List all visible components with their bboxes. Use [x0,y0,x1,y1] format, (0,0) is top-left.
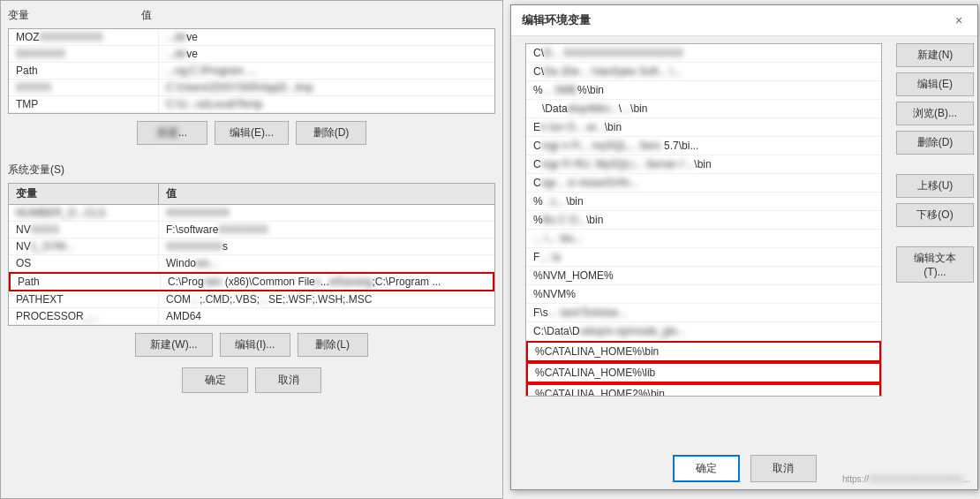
table-row[interactable]: NV1_SYM... XXXXXXXXs [9,238,494,255]
edit-env-dialog: 编辑环境变量 × C\D... XXXXXXXXXXXXXXXXX C\Da J… [510,4,978,490]
var-name: SXXXXXX [9,46,159,62]
close-dialog-button[interactable]: × [951,12,967,28]
var-value: Windows... [159,255,494,271]
right-footer-buttons: 确定 取消 [511,448,977,489]
list-item[interactable]: F... \a [526,248,881,267]
list-item-catalina3[interactable]: %CATALINA_HOME2%\bin [526,383,881,397]
user-vars-buttons: 新建... 编辑(E)... 删除(D) [1,114,502,152]
button-separator [896,160,974,169]
cancel-button-left[interactable]: 取消 [255,367,321,393]
list-item[interactable]: F\s... \are\Tortoise... [526,304,881,322]
var-name: PROCESSOR_... [9,308,159,324]
delete-env-button[interactable]: 删除(D) [896,131,974,155]
delete-sys-var-button[interactable]: 删除(L) [298,333,368,357]
table-row[interactable]: Path ...ng;C:\Program ... [9,63,494,79]
var-value: ...drive [159,29,494,45]
new-env-button[interactable]: 新建(N) [896,43,974,67]
button-separator2 [896,232,974,241]
table-row[interactable]: MOZXXXXXXXXX ...drive [9,29,494,46]
dialog-content: C\D... XXXXXXXXXXXXXXXXX C\Da JDe... \Va… [511,43,977,397]
list-item[interactable]: %NVM% [526,285,881,304]
table-row[interactable]: NVXXXX F:\softwareXXXXXXX [9,222,494,238]
sys-vars-title: 系统变量(S) [8,163,64,176]
sys-var-value-header: 值 [159,184,494,204]
user-vars-value-title: 值 [141,9,152,21]
table-row[interactable]: PATHEXT COM...;.CMD;.VBS;...SE;.WSF;.WSH… [9,291,494,308]
ok-button-right[interactable]: 确定 [673,455,740,482]
var-value: C:\Program (x86)\Common Files...etSarang… [161,274,493,290]
table-row[interactable]: OS Windows... [9,255,494,272]
var-value: C:\Users\ZDSYS05\AppD...tmp [159,79,494,95]
sys-vars-label: 系统变量(S) [1,159,502,179]
sys-vars-section: 系统变量(S) 变量 值 NUMBER_O...CLS XXXXXXXXX NV… [1,159,502,364]
move-up-button[interactable]: 上移(U) [896,174,974,198]
var-name: MOZXXXXXXXXX [9,29,159,45]
table-row[interactable]: TMP C:\U...ra\Local\Temp [9,96,494,113]
user-vars-label: 变量 值 [1,4,502,25]
user-vars-section: 变量 值 MOZXXXXXXXXX ...drive SXXXXXX ...dr… [1,4,502,152]
list-item[interactable]: C:\Data\D velop\n ejs\node_glo... [526,322,881,341]
sys-vars-body: NUMBER_O...CLS XXXXXXXXX NVXXXX F:\softw… [9,205,494,325]
list-item[interactable]: C ogr... s\ rtoiseSVN\... [526,174,881,193]
list-item[interactable]: C rogr Fi RU, MySQL\... Server r'...\bin [526,155,881,174]
edit-sys-var-button[interactable]: 编辑(I)... [220,333,290,357]
var-value: XXXXXXXXX [159,205,494,221]
var-name: PATHEXT [9,291,159,307]
var-value: AMD64 [159,308,494,324]
env-list[interactable]: C\D... XXXXXXXXXXXXXXXXX C\Da JDe... \Va… [525,43,882,397]
var-value: COM...;.CMD;.VBS;...SE;.WSF;.WSH;.MSC [159,291,494,307]
sys-var-name-header: 变量 [9,184,159,204]
sys-vars-header: 变量 值 [9,184,494,205]
dialog-title: 编辑环境变量 [522,12,591,28]
var-name: NVXXXX [9,222,159,238]
list-item[interactable]: % Bu C O...\bin [526,211,881,230]
list-item[interactable]: %NVM_HOME% [526,267,881,285]
dialog-titlebar: 编辑环境变量 × [511,5,977,36]
list-item-catalina2[interactable]: %CATALINA_HOME%\lib [526,362,881,383]
new-sys-var-button[interactable]: 新建(W)... [135,333,212,357]
user-vars-title: 变量 [8,9,29,21]
move-down-button[interactable]: 下移(O) [896,203,974,227]
var-value: C:\U...ra\Local\Temp [159,96,494,112]
list-item[interactable]: %... SME%\bin [526,81,881,100]
right-action-buttons: 新建(N) 编辑(E) 浏览(B)... 删除(D) 上移(U) 下移(O) 编… [896,43,974,283]
var-name: NV1_SYM... [9,238,159,254]
list-item[interactable]: C\Da JDe... \VanDyke Soft... \... [526,63,881,81]
sys-vars-table: 变量 值 NUMBER_O...CLS XXXXXXXXX NVXXXX F:\… [8,183,495,326]
var-name: XXXXX [9,79,159,95]
list-item[interactable]: ... \... \bs... [526,230,881,248]
list-item[interactable]: C\D... XXXXXXXXXXXXXXXXX [526,44,881,63]
var-value: ...ng;C:\Program ... [159,63,494,79]
list-item[interactable]: \Data elop\Micr...\...\bin [526,100,881,118]
left-footer-buttons: 确定 取消 [1,364,502,400]
table-row[interactable]: XXXXX C:\Users\ZDSYS05\AppD...tmp [9,79,494,96]
delete-user-var-button[interactable]: 删除(D) [296,121,366,145]
var-name: Path [9,63,159,79]
list-item[interactable]: En Ion O... er...\bin [526,118,881,137]
ok-button-left[interactable]: 确定 [182,367,248,393]
user-vars-body: MOZXXXXXXXXX ...drive SXXXXXX ...drive P… [9,29,494,113]
var-value: XXXXXXXXs [159,238,494,254]
new-user-var-button[interactable]: 新建... [137,121,207,145]
var-name: NUMBER_O...CLS [9,205,159,221]
table-row[interactable]: SXXXXXX ...drive [9,46,494,63]
edit-user-var-button[interactable]: 编辑(E)... [215,121,289,145]
user-vars-table: MOZXXXXXXXXX ...drive SXXXXXX ...drive P… [8,28,495,114]
env-variables-dialog: 变量 值 MOZXXXXXXXXX ...drive SXXXXXX ...dr… [0,0,503,499]
var-name: OS [9,255,159,271]
path-row[interactable]: Path C:\Program (x86)\Common Files...etS… [9,272,494,291]
sys-vars-buttons: 新建(W)... 编辑(I)... 删除(L) [1,326,502,364]
list-item[interactable]: %...L... \bin [526,193,881,211]
table-row[interactable]: PROCESSOR_... AMD64 [9,308,494,325]
var-value: ...drive [159,46,494,62]
table-row[interactable]: NUMBER_O...CLS XXXXXXXXX [9,205,494,222]
cancel-button-right[interactable]: 取消 [750,455,817,482]
list-item[interactable]: C rogr n Fi... mySQL... Serv 5.7\bi... [526,137,881,155]
list-item-catalina1[interactable]: %CATALINA_HOME%\bin [526,341,881,362]
edit-env-button[interactable]: 编辑(E) [896,72,974,96]
var-value: F:\softwareXXXXXXX [159,222,494,238]
edit-text-button[interactable]: 编辑文本(T)... [896,246,974,283]
browse-env-button[interactable]: 浏览(B)... [896,102,974,125]
var-name: TMP [9,96,159,112]
var-name: Path [11,274,161,290]
